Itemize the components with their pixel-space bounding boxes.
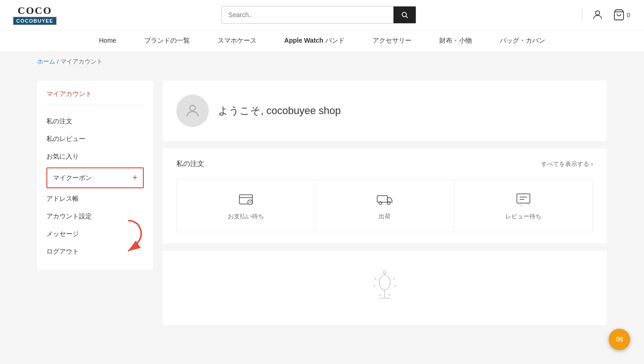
payment-pending-label: お支払い待ち [228,212,264,221]
svg-rect-14 [517,194,530,203]
svg-point-5 [190,105,195,111]
sidebar-item-coupons[interactable]: マイクーポン + [46,167,144,188]
sidebar-item-favorites[interactable]: お気に入り [46,148,144,166]
nav-item-brands[interactable]: ブランドの一覧 [144,37,190,45]
main-nav: Home ブランドの一覧 スマホケース Apple Watch バンド アクセサ… [0,30,644,52]
sidebar-title: マイアカウント [46,90,144,98]
sidebar-item-orders[interactable]: 私の注文 [46,113,144,130]
plus-icon: + [132,173,137,183]
svg-point-2 [595,11,599,15]
apple-watch-label-apple: Apple Watch [284,37,323,44]
view-all-chevron: › [591,160,593,167]
svg-point-23 [375,278,376,280]
search-input[interactable] [222,6,393,23]
svg-point-18 [379,275,390,290]
svg-line-1 [406,16,408,18]
welcome-card: ようこそ, cocobuyee shop [162,81,607,141]
apple-watch-label-band: バンド [325,37,345,44]
sidebar-item-reviews[interactable]: 私のレビュー [46,130,144,148]
svg-point-25 [374,285,375,287]
orders-grid: お支払い待ち 出荷 [176,179,593,232]
nav-item-phone-cases[interactable]: スマホケース [218,37,257,45]
breadcrumb-separator: / [57,58,60,65]
avatar-icon [184,102,201,119]
sidebar-item-logout[interactable]: ログアウト [46,243,144,261]
order-status-payment-pending[interactable]: お支払い待ち [177,180,315,232]
search-area [65,6,573,24]
logo-bottom-text: COCOBUYEE [13,17,57,25]
logo[interactable]: COCO COCOBUYEE [14,5,56,25]
search-wrapper [221,6,416,24]
nav-item-wallets[interactable]: 財布・小物 [439,37,472,45]
nav-item-bags[interactable]: バッグ・カバン [500,37,545,45]
header-divider [582,8,582,22]
svg-point-26 [394,285,396,287]
order-status-shipping[interactable]: 出荷 [316,180,454,232]
logo-top-text: COCO [18,5,52,17]
sidebar-divider [46,105,144,105]
shipping-icon [376,191,393,208]
coupon-label: マイクーポン [53,174,92,182]
review-pending-icon [515,191,532,208]
shipping-label: 出荷 [379,212,391,221]
sidebar-item-settings[interactable]: アカウント設定 [46,208,144,225]
svg-point-27 [380,294,381,296]
header: COCO COCOBUYEE [0,0,644,30]
cart-icon [613,9,625,21]
user-icon [592,9,604,21]
bottom-card [162,251,607,325]
account-button[interactable] [592,9,604,21]
sidebar-item-messages[interactable]: メッセージ [46,225,144,243]
svg-point-24 [393,278,395,280]
orders-title: 私の注文 [176,160,204,168]
view-all-text: すべてを表示する [541,160,589,168]
avatar [176,95,209,127]
sidebar: マイアカウント 私の注文 私のレビュー お気に入り マイクーポン + アドレス帳… [37,81,153,270]
svg-line-17 [527,203,530,206]
orders-card: 私の注文 すべてを表示する › お支払い待ち [162,148,607,243]
breadcrumb-bar: ホーム / マイアカウント [0,52,644,71]
order-status-review-pending[interactable]: レビュー待ち [454,180,592,232]
main-content: マイアカウント 私の注文 私のレビュー お気に入り マイクーポン + アドレス帳… [0,71,644,334]
breadcrumb-current: マイアカウント [60,58,103,65]
search-button[interactable] [393,6,416,23]
sidebar-item-address[interactable]: アドレス帳 [46,190,144,208]
content-area: ようこそ, cocobuyee shop 私の注文 すべてを表示する › [162,81,607,325]
svg-point-0 [402,13,406,17]
svg-point-28 [389,294,390,296]
search-icon [401,11,408,19]
view-all-link[interactable]: すべてを表示する › [541,160,593,168]
cart-button[interactable]: 0 [613,9,630,21]
breadcrumb: ホーム / マイアカウント [37,57,607,66]
nav-item-accessories[interactable]: アクセサリー [373,37,412,45]
welcome-text: ようこそ, cocobuyee shop [218,104,341,118]
header-icons: 0 [592,9,630,21]
cart-count: 0 [627,12,630,19]
nav-item-apple-watch[interactable]: Apple Watch バンド [284,37,345,45]
mannequin-icon [371,269,399,307]
nav-item-home[interactable]: Home [99,37,116,45]
review-pending-label: レビュー待ち [505,212,541,221]
payment-pending-icon [238,191,254,208]
svg-rect-11 [377,196,387,202]
orders-header: 私の注文 すべてを表示する › [176,160,593,168]
breadcrumb-home[interactable]: ホーム [37,58,55,65]
